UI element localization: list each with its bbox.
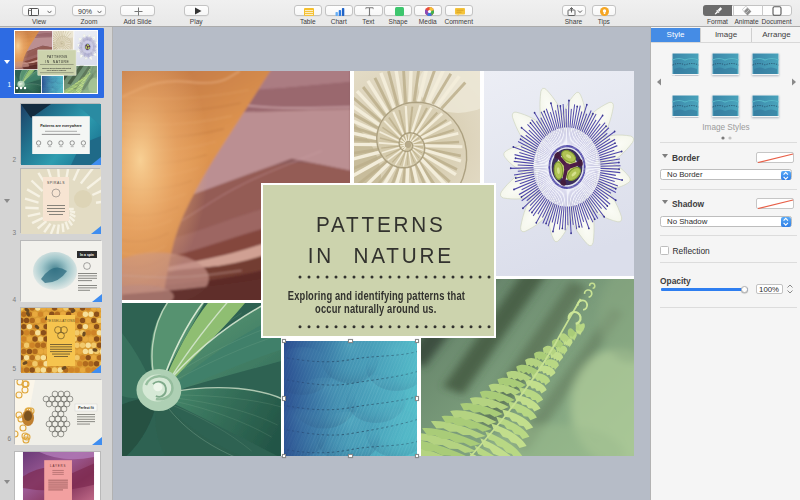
svg-text:Patterns are everywhere: Patterns are everywhere <box>40 124 82 128</box>
svg-text:SPIRALS: SPIRALS <box>47 181 65 185</box>
svg-text:LAYERS: LAYERS <box>49 464 65 468</box>
svg-text:Perfect fit: Perfect fit <box>78 406 95 410</box>
svg-text:In a spin: In a spin <box>80 253 94 257</box>
svg-text:TESSELLATIONS: TESSELLATIONS <box>47 319 75 323</box>
